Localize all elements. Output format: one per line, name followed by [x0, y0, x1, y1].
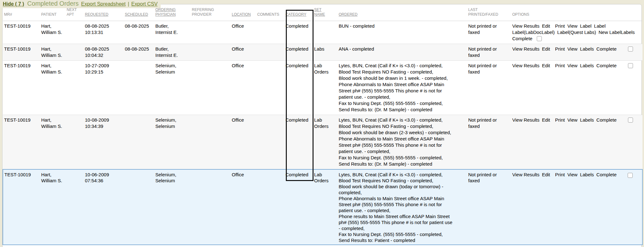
- column-header-last-printed: LAST PRINTED/FAXED: [467, 4, 511, 21]
- column-header-ordered[interactable]: ORDERED: [337, 4, 467, 21]
- separator-pipe: |: [128, 1, 129, 7]
- option-print-link[interactable]: Print: [555, 117, 565, 123]
- option-print-link[interactable]: Print: [555, 23, 565, 29]
- order-row: TEST-10019Hart, William S.08-08-2025 10:…: [3, 21, 642, 44]
- cell-ordered: Lytes, BUN, Creat (Call if K+ is <3.0) -…: [337, 169, 467, 245]
- option-complete-link[interactable]: Complete: [597, 46, 617, 52]
- column-header-location[interactable]: LOCATION: [230, 4, 256, 21]
- option-view-results-link[interactable]: View Results: [512, 23, 539, 29]
- cell-location: Office: [230, 21, 256, 44]
- cell-last-printed: Not printed or faxed: [467, 115, 511, 170]
- cell-mr: TEST-10019: [3, 21, 40, 44]
- option-edit-link[interactable]: Edit: [542, 117, 550, 123]
- cell-comments: [256, 44, 284, 61]
- cell-category: Completed: [284, 169, 313, 245]
- cell-patient: Hart, William S.: [40, 169, 65, 245]
- option-view-link[interactable]: View: [567, 46, 577, 52]
- order-row: TEST-10019Hart, William S.10-27-2009 10:…: [3, 61, 642, 115]
- option-labels-link[interactable]: Labels: [580, 46, 594, 52]
- complete-checkbox[interactable]: [628, 47, 633, 52]
- option-view-results-link[interactable]: View Results: [512, 46, 539, 52]
- cell-referring-provider: [191, 21, 230, 44]
- option-view-link[interactable]: View: [567, 117, 577, 123]
- option-labels-link[interactable]: Labels: [580, 63, 594, 69]
- export-csv-link[interactable]: Export CSV: [131, 1, 158, 7]
- cell-referring-provider: [191, 44, 230, 61]
- cell-mr: TEST-10019: [3, 61, 40, 115]
- cell-patient: Hart, William S.: [40, 21, 65, 44]
- option-view-results-link[interactable]: View Results: [512, 63, 539, 69]
- cell-ordering-physician: Butler, Internist E.: [154, 44, 191, 61]
- cell-set-name: Labs: [313, 44, 337, 61]
- column-header-set-name[interactable]: SET NAME: [313, 4, 337, 21]
- option-complete-link[interactable]: Complete: [597, 63, 617, 69]
- cell-last-printed: Not printed or faxed: [467, 61, 511, 115]
- cell-options: View ResultsEditPrintViewLabelLabelLabel…: [511, 21, 642, 44]
- option-new-labellabels-link[interactable]: New LabelLabels: [599, 29, 635, 36]
- cell-category: Completed: [284, 61, 313, 115]
- cell-ordered: Lytes, BUN, Creat (Call if K+ is <3.0) -…: [337, 61, 467, 115]
- cell-requested: 10-27-2009 10:29:15: [84, 61, 124, 115]
- cell-category: Completed: [284, 115, 313, 170]
- complete-checkbox[interactable]: [628, 173, 633, 178]
- export-spreadsheet-link[interactable]: Export Spreadsheet: [81, 1, 125, 7]
- cell-referring-provider: [191, 61, 230, 115]
- option-edit-link[interactable]: Edit: [542, 63, 550, 69]
- complete-checkbox[interactable]: [628, 118, 633, 123]
- option-view-results-link[interactable]: View Results: [512, 117, 539, 123]
- cell-last-printed: Not printed or faxed: [467, 21, 511, 44]
- option-label-link[interactable]: Label: [580, 23, 591, 29]
- completed-orders-screen: MR#PATIENTNEXT APTREQUESTEDSCHEDULEDORDE…: [0, 0, 644, 247]
- cell-requested: 10-08-2009 10:34:39: [84, 115, 124, 170]
- cell-comments: [256, 169, 284, 245]
- cell-comments: [256, 61, 284, 115]
- cell-options: View ResultsEditPrintViewLabelsComplete: [511, 44, 642, 61]
- hide-toggle-link[interactable]: Hide ( 7 ): [3, 1, 24, 7]
- option-view-link[interactable]: View: [567, 23, 577, 29]
- cell-location: Office: [230, 115, 256, 170]
- option-print-link[interactable]: Print: [555, 46, 565, 52]
- cell-category: Completed: [284, 21, 313, 44]
- complete-checkbox[interactable]: [537, 36, 542, 41]
- cell-options: View ResultsEditPrintViewLabelsComplete: [511, 115, 642, 170]
- column-header-category[interactable]: CATEGORY: [284, 4, 313, 21]
- cell-scheduled: [124, 169, 154, 245]
- option-label-quest-labs-link[interactable]: Label(Quest Labs): [557, 29, 596, 36]
- cell-mr: TEST-10019: [3, 169, 40, 245]
- cell-referring-provider: [191, 115, 230, 170]
- option-complete-link[interactable]: Complete: [512, 36, 532, 42]
- cell-category: Completed: [284, 44, 313, 61]
- panel-legend: Hide ( 7 ) Completed Orders Export Sprea…: [2, 0, 161, 8]
- option-edit-link[interactable]: Edit: [542, 46, 550, 52]
- option-view-link[interactable]: View: [567, 172, 577, 178]
- option-complete-link[interactable]: Complete: [597, 172, 617, 178]
- cell-next-apt: [65, 44, 84, 61]
- option-edit-link[interactable]: Edit: [542, 23, 550, 29]
- cell-ordering-physician: Selenium, Selenium: [154, 169, 191, 245]
- option-print-link[interactable]: Print: [555, 63, 565, 69]
- option-view-link[interactable]: View: [567, 63, 577, 69]
- cell-location: Office: [230, 44, 256, 61]
- option-edit-link[interactable]: Edit: [542, 172, 550, 178]
- cell-next-apt: [65, 61, 84, 115]
- complete-checkbox[interactable]: [628, 63, 633, 68]
- cell-next-apt: [65, 21, 84, 44]
- option-label-labdoclabel-link[interactable]: Label(LabDocLabel): [512, 29, 555, 36]
- option-complete-link[interactable]: Complete: [597, 117, 617, 123]
- cell-scheduled: 08-08-2025: [124, 21, 154, 44]
- cell-next-apt: [65, 169, 84, 245]
- orders-table: MR#PATIENTNEXT APTREQUESTEDSCHEDULEDORDE…: [3, 4, 643, 245]
- cell-set-name: Lab Orders: [313, 169, 337, 245]
- cell-last-printed: Not printed or faxed: [467, 44, 511, 61]
- cell-mr: TEST-10019: [3, 115, 40, 170]
- option-labels-link[interactable]: Labels: [580, 117, 594, 123]
- cell-location: Office: [230, 61, 256, 115]
- option-labels-link[interactable]: Labels: [580, 172, 594, 178]
- cell-options: View ResultsEditPrintViewLabelsComplete: [511, 61, 642, 115]
- option-view-results-link[interactable]: View Results: [512, 172, 539, 178]
- option-label-link[interactable]: Label: [594, 23, 606, 29]
- cell-options: View ResultsEditPrintViewLabelsComplete: [511, 169, 642, 245]
- cell-ordering-physician: Selenium, Selenium: [154, 61, 191, 115]
- page-title: Completed Orders: [27, 0, 79, 7]
- option-print-link[interactable]: Print: [555, 172, 565, 178]
